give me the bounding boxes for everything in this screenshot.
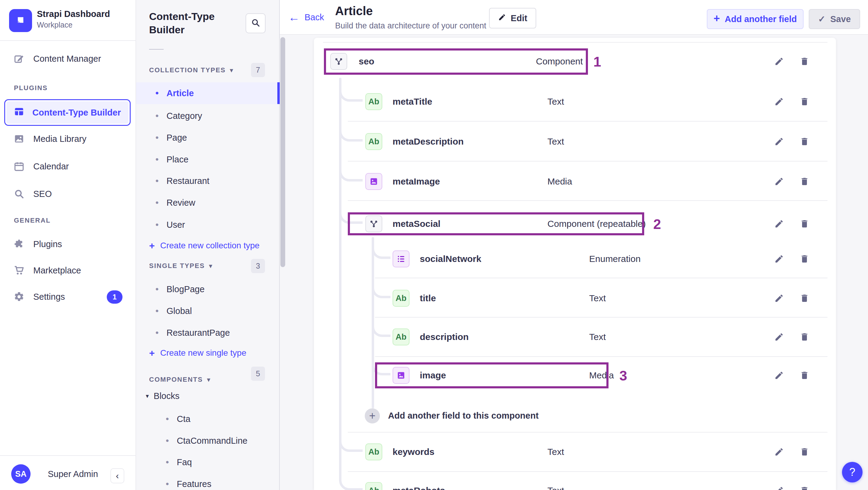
page-header: ← Back Article Build the data architectu…: [280, 0, 868, 35]
subnav-item-page[interactable]: • Page: [136, 127, 280, 149]
plus-icon: +: [149, 240, 155, 251]
edit-button[interactable]: Edit: [489, 8, 536, 28]
subnav-item-category[interactable]: • Category: [136, 105, 280, 127]
edit-field-button[interactable]: [772, 330, 786, 344]
delete-field-button[interactable]: [798, 330, 811, 344]
back-link[interactable]: ← Back: [288, 11, 324, 23]
avatar[interactable]: SA: [11, 464, 31, 484]
delete-field-button[interactable]: [798, 292, 811, 305]
media-field-icon: [393, 367, 409, 384]
help-button[interactable]: ?: [842, 462, 863, 483]
save-button[interactable]: ✓ Save: [809, 9, 860, 29]
content-type-builder-icon: [13, 106, 25, 119]
subnav-item-user[interactable]: • User: [136, 214, 280, 236]
row-divider: [348, 161, 828, 161]
collapse-sidebar-button[interactable]: ‹: [111, 468, 124, 483]
content-manager-icon: [13, 53, 25, 64]
bullet-icon: •: [155, 176, 159, 185]
collection-types-count: 7: [251, 63, 265, 77]
field-row-keywords: Ab keywords Text: [314, 436, 836, 468]
edit-field-button[interactable]: [772, 175, 786, 188]
subnav-item-features[interactable]: • Features: [136, 473, 280, 490]
edit-field-button[interactable]: [772, 252, 786, 266]
delete-field-button[interactable]: [798, 95, 811, 108]
back-arrow-icon: ←: [288, 11, 300, 23]
delete-field-button[interactable]: [798, 135, 811, 148]
sidebar-item-calendar[interactable]: Calendar: [0, 155, 136, 177]
chevron-down-icon: ▾: [207, 376, 211, 383]
page-title: Article: [335, 4, 373, 18]
sidebar-item-label: SEO: [33, 189, 52, 199]
component-field-icon: [330, 53, 347, 70]
delete-field-button[interactable]: [798, 217, 811, 231]
sidebar-divider: [0, 40, 136, 41]
scrollbar-thumb[interactable]: [280, 37, 285, 267]
annotation-number-2: 2: [653, 216, 661, 232]
delete-field-button[interactable]: [798, 484, 811, 490]
field-row-title: Ab title Text: [314, 282, 836, 314]
collection-types-header[interactable]: COLLECTION TYPES ▾: [149, 66, 234, 74]
sidebar-item-seo[interactable]: SEO: [0, 183, 136, 205]
single-types-header[interactable]: SINGLE TYPES ▾: [149, 262, 213, 270]
edit-field-button[interactable]: [772, 55, 786, 68]
row-divider: [375, 317, 828, 317]
sidebar-item-label: Settings: [33, 292, 65, 302]
add-field-to-component-button[interactable]: + Add another field to this component: [314, 400, 836, 431]
subnav-item-article[interactable]: • Article: [136, 82, 280, 104]
create-single-type-link[interactable]: + Create new single type: [149, 343, 279, 363]
subnav-item-ctacommandline[interactable]: • CtaCommandLine: [136, 430, 280, 452]
sidebar-item-label: Plugins: [33, 239, 62, 249]
subnav-item-place[interactable]: • Place: [136, 149, 280, 170]
components-group-blocks[interactable]: ▾ Blocks: [146, 386, 276, 406]
add-another-field-button[interactable]: + Add another field: [707, 9, 804, 29]
row-divider: [375, 356, 828, 357]
edit-field-button[interactable]: [772, 369, 786, 382]
create-collection-type-link[interactable]: + Create new collection type: [149, 236, 279, 255]
fields-list-card: seo Component Ab metaTitle Text Ab metaD…: [314, 38, 836, 490]
edit-field-button[interactable]: [772, 95, 786, 108]
bullet-icon: •: [155, 328, 159, 337]
pencil-icon: [498, 13, 506, 23]
subnav-title: Content-Type Builder: [149, 10, 240, 36]
sidebar-item-plugins[interactable]: Plugins: [0, 233, 136, 255]
delete-field-button[interactable]: [798, 175, 811, 188]
sidebar-item-content-manager[interactable]: Content Manager: [0, 48, 136, 69]
chevron-down-icon: ▾: [230, 66, 234, 74]
edit-field-button[interactable]: [772, 217, 786, 231]
delete-field-button[interactable]: [798, 55, 811, 68]
gear-icon: [13, 291, 25, 303]
subnav-item-cta[interactable]: • Cta: [136, 408, 280, 430]
workspace-subtitle: Workplace: [37, 21, 72, 29]
sidebar-item-label: Content Manager: [33, 54, 101, 64]
delete-field-button[interactable]: [798, 369, 811, 382]
puzzle-icon: [13, 238, 25, 250]
sidebar-item-media-library[interactable]: Media Library: [0, 128, 136, 150]
subnav-item-global[interactable]: • Global: [136, 300, 280, 322]
chevron-down-icon: ▾: [209, 262, 213, 270]
bullet-icon: •: [166, 436, 169, 445]
components-header[interactable]: COMPONENTS ▾: [149, 376, 211, 384]
delete-field-button[interactable]: [798, 252, 811, 266]
subnav-item-restaurantpage[interactable]: • RestaurantPage: [136, 322, 280, 344]
bullet-icon: •: [166, 480, 169, 489]
field-row-metatitle: Ab metaTitle Text: [314, 86, 836, 117]
edit-field-button[interactable]: [772, 445, 786, 459]
subnav-item-restaurant[interactable]: • Restaurant: [136, 170, 280, 192]
delete-field-button[interactable]: [798, 445, 811, 459]
row-divider: [348, 200, 828, 201]
edit-field-button[interactable]: [772, 292, 786, 305]
sidebar-item-marketplace[interactable]: Marketplace: [0, 259, 136, 281]
edit-field-button[interactable]: [772, 135, 786, 148]
row-divider: [348, 121, 828, 122]
subnav-item-blogpage[interactable]: • BlogPage: [136, 278, 280, 300]
sidebar-divider: [0, 455, 136, 456]
sidebar-item-content-type-builder[interactable]: Content-Type Builder: [4, 99, 131, 126]
single-types-count: 3: [251, 259, 265, 273]
subnav-item-review[interactable]: • Review: [136, 192, 280, 214]
strapi-logo[interactable]: [9, 9, 32, 32]
subnav-search-button[interactable]: [246, 13, 266, 33]
subnav-item-faq[interactable]: • Faq: [136, 451, 280, 473]
bullet-icon: •: [155, 133, 159, 142]
search-icon: [13, 188, 25, 200]
edit-field-button[interactable]: [772, 484, 786, 490]
